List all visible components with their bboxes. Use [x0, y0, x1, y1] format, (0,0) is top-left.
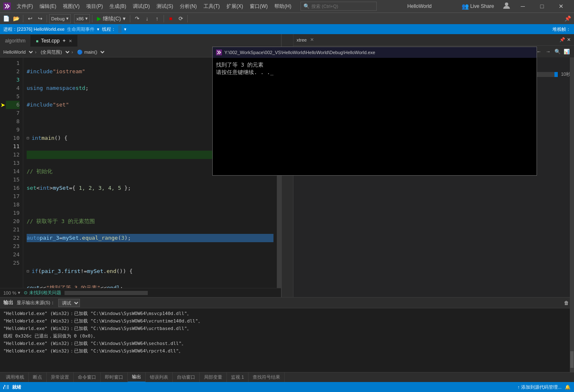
menu-view[interactable]: 视图(V)	[60, 0, 83, 12]
pin-btn[interactable]: 📌	[563, 14, 572, 23]
menu-window[interactable]: 窗口(W)	[246, 0, 271, 12]
output-source-select[interactable]: 调试	[58, 299, 80, 307]
footer-scrollbar[interactable]	[65, 291, 148, 295]
output-line-6: "HelloWorld.exe" (Win32)：已加载 "C:\Windows…	[3, 347, 571, 355]
ln-22: 22	[6, 234, 20, 242]
console-window[interactable]: Y:\002_WorkSpace\002_VS\HelloWorld\Hello…	[212, 47, 537, 176]
restart-btn[interactable]: ⟳	[176, 14, 185, 23]
output-scrollbar[interactable]	[570, 297, 574, 372]
thread-input[interactable]	[118, 25, 122, 33]
step-into-btn[interactable]: ↓	[142, 14, 152, 23]
xtree-tab-close[interactable]: ✕	[310, 37, 314, 42]
arch-dropdown[interactable]: x86 ▾	[74, 14, 90, 23]
menu-project[interactable]: 项目(P)	[83, 0, 106, 12]
live-share-icon: 👥	[462, 3, 469, 10]
tab-errors[interactable]: 错误列表	[146, 372, 173, 382]
file-select[interactable]: HelloWorld	[0, 47, 34, 57]
console-path: Y:\002_WorkSpace\002_VS\HelloWorld\Hello…	[224, 50, 375, 55]
search-input[interactable]	[311, 4, 374, 9]
tab-test-cpp-label: Test.cpp	[41, 38, 60, 44]
tab-modified-icon: ✦	[62, 38, 66, 44]
bp-18	[0, 201, 6, 209]
config-label: Debug	[51, 16, 65, 21]
tab-command[interactable]: 命令窗口	[74, 372, 101, 382]
tab-close-btn[interactable]: ✕	[69, 39, 72, 43]
bp-6: ➤	[0, 101, 6, 109]
config-dropdown[interactable]: Debug ▾	[49, 14, 71, 23]
ln-2: 2	[6, 67, 20, 76]
menu-tools[interactable]: 工具(T)	[200, 0, 223, 12]
svg-point-0	[505, 2, 508, 6]
undo-btn[interactable]: ↩	[25, 14, 35, 23]
editor-tab-bar: algorithm ■ Test.cpp ✦ ✕	[0, 34, 281, 47]
debug-bar: 进程：[22376] HelloWorld.exe 生命周期事件 ▾ 线程： ▾…	[0, 24, 574, 34]
live-share-button[interactable]: 👥 Live Share	[459, 2, 497, 10]
menu-help[interactable]: 帮助(H)	[271, 0, 295, 12]
line-numbers: 1 2 3 4 5 6 7 8 9 10 11 12 13 14	[6, 57, 23, 288]
output-line-2: "HelloWorld.exe" (Win32)：已加载 "C:\Windows…	[3, 318, 571, 325]
toolbar-sep-5	[164, 15, 164, 22]
new-file-btn[interactable]: 📄	[2, 14, 11, 23]
tab-output[interactable]: 输出	[128, 372, 146, 382]
check-icon: ⊙	[24, 290, 27, 295]
tab-immediate[interactable]: 即时窗口	[101, 372, 128, 382]
pin-panel-icon[interactable]: 📌	[559, 37, 565, 42]
diag-scrollbar[interactable]	[570, 57, 574, 297]
diag-chart-btn[interactable]: 📊	[562, 47, 571, 56]
tab-find-symbol[interactable]: 查找符号结果	[248, 372, 285, 382]
close-button[interactable]: ✕	[552, 0, 571, 12]
tab-breakpoints[interactable]: 断点	[29, 372, 47, 382]
ln-18: 18	[6, 201, 20, 209]
open-file-btn[interactable]: 📂	[12, 14, 21, 23]
step-out-btn[interactable]: ↑	[152, 14, 162, 23]
minimize-button[interactable]: ─	[513, 0, 532, 12]
bp-16	[0, 184, 6, 192]
tab-auto[interactable]: 自动窗口	[173, 372, 200, 382]
menu-test[interactable]: 测试(S)	[153, 0, 176, 12]
title-bar: 文件(F) 编辑(E) 视图(V) 项目(P) 生成(B) 调试(D) 测试(S…	[0, 0, 574, 12]
stop-btn[interactable]: ■	[166, 14, 175, 23]
lifecycle-btn[interactable]: 生命周期事件	[67, 26, 94, 32]
maximize-button[interactable]: □	[532, 0, 552, 12]
tab-locals[interactable]: 局部变量	[200, 372, 227, 382]
add-source-btn[interactable]: ↑ 添加到源代码管理...	[517, 384, 562, 390]
tab-watch1[interactable]: 监视 1	[227, 372, 248, 382]
tab-algorithm[interactable]: algorithm	[0, 35, 31, 47]
zoom-control[interactable]: 100 % ▾	[3, 290, 20, 295]
main-toolbar: 📄 📂 ↩ ↪ Debug ▾ x86 ▾ ▶ 继续(C) ▾ ↷ ↓ ↑ ■ …	[0, 12, 574, 24]
start-btn[interactable]: ▶ 继续(C) ▾	[94, 14, 128, 23]
ln-12: 12	[6, 151, 20, 159]
bp-23	[0, 242, 6, 251]
console-line-2: 请按任意键继续. . ._	[216, 69, 533, 76]
bell-icon[interactable]: 🔔	[565, 385, 571, 390]
tab-callstack[interactable]: 调用堆栈	[2, 372, 29, 382]
menu-file[interactable]: 文件(F)	[13, 0, 36, 12]
menu-extensions[interactable]: 扩展(X)	[223, 0, 246, 12]
thread-label: 线程：	[102, 26, 116, 32]
scope-select[interactable]: (全局范围)	[37, 47, 71, 57]
redo-btn[interactable]: ↪	[35, 14, 45, 23]
ln-21: 21	[6, 226, 20, 234]
menu-analyze[interactable]: 分析(N)	[176, 0, 200, 12]
ln-24: 24	[6, 251, 20, 259]
menu-build[interactable]: 生成(B)	[106, 0, 129, 12]
output-clear-btn[interactable]: 🗑	[562, 299, 571, 307]
account-icon[interactable]	[502, 1, 511, 10]
diag-search-btn[interactable]: 🔍	[553, 47, 562, 56]
diag-forward-btn[interactable]: →	[544, 47, 552, 56]
ln-9: 9	[6, 126, 20, 134]
ln-3: 3	[6, 76, 20, 84]
bottom-tab-bar: 调用堆栈 断点 异常设置 命令窗口 即时窗口 输出 错误列表 自动窗口 局部变量…	[0, 372, 574, 382]
nav-select[interactable]: 🔵 main()	[74, 47, 106, 57]
tab-exceptions[interactable]: 异常设置	[47, 372, 74, 382]
menu-edit[interactable]: 编辑(E)	[36, 0, 60, 12]
xtree-tab-label[interactable]: xtree	[297, 37, 307, 42]
ln-19: 19	[6, 209, 20, 217]
ln-23: 23	[6, 242, 20, 251]
menu-debug[interactable]: 调试(D)	[129, 0, 153, 12]
diag-time-label: 10秒	[561, 71, 571, 77]
close-panel-btn[interactable]: ✕	[567, 37, 571, 42]
tab-test-cpp[interactable]: ■ Test.cpp ✦ ✕	[31, 35, 77, 47]
bp-25	[0, 259, 6, 267]
step-over-btn[interactable]: ↷	[132, 14, 142, 23]
